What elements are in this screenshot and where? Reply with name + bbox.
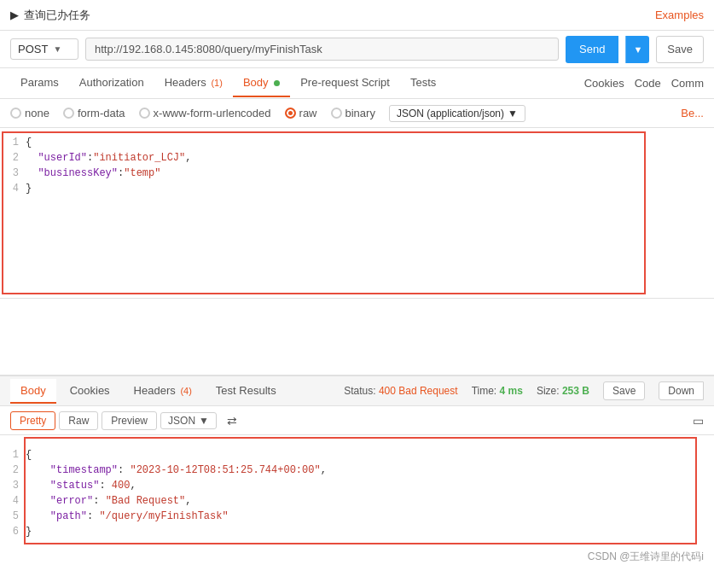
link-cookies[interactable]: Cookies (584, 77, 624, 90)
body-dot-indicator (274, 80, 280, 86)
copy-icon[interactable]: ▭ (693, 414, 704, 428)
request-tabs-row: Params Authorization Headers (1) Body Pr… (0, 68, 714, 99)
link-code[interactable]: Code (635, 77, 661, 90)
url-bar: POST ▼ Send ▼ Save (0, 31, 714, 68)
tab-body[interactable]: Body (233, 69, 290, 97)
chevron-down-icon: ▼ (199, 415, 209, 427)
option-urlencoded[interactable]: x-www-form-urlencoded (139, 107, 271, 119)
option-form-data[interactable]: form-data (63, 107, 125, 119)
response-body-content: { "timestamp": "2023-10-12T08:51:25.744+… (26, 447, 714, 539)
line-numbers: 1 2 3 4 (0, 135, 26, 196)
status-label: Status: 400 Bad Request (344, 385, 457, 397)
breadcrumb: ▶ 查询已办任务 (10, 8, 90, 23)
wrap-icon[interactable]: ⇄ (227, 414, 237, 428)
body-options-row: none form-data x-www-form-urlencoded raw… (0, 99, 714, 128)
radio-form-data[interactable] (63, 108, 74, 119)
request-body-content[interactable]: { "userId":"initiator_LCJ", "businessKey… (26, 135, 714, 196)
url-input[interactable] (85, 38, 559, 61)
radio-urlencoded[interactable] (139, 108, 150, 119)
tab-authorization[interactable]: Authorization (69, 69, 154, 97)
response-body-area: 1 2 3 4 5 6 { "timestamp": "2023-10-12T0… (0, 435, 714, 546)
chevron-down-icon: ▼ (508, 108, 518, 119)
examples-link[interactable]: Examples (655, 9, 704, 21)
response-down-button[interactable]: Down (659, 381, 704, 400)
time-label: Time: 4 ms (472, 385, 523, 397)
tab-params[interactable]: Params (10, 69, 69, 97)
format-preview-button[interactable]: Preview (102, 411, 157, 430)
radio-raw[interactable] (285, 108, 296, 119)
resp-tab-cookies[interactable]: Cookies (60, 379, 120, 404)
tab-tests[interactable]: Tests (400, 69, 446, 97)
page-title: 查询已办任务 (24, 8, 90, 23)
response-format-selector[interactable]: JSON ▼ (160, 412, 217, 429)
radio-none[interactable] (10, 108, 21, 119)
resp-headers-badge: (4) (180, 386, 191, 396)
format-raw-button[interactable]: Raw (59, 411, 98, 430)
headers-badge: (1) (211, 78, 222, 88)
tab-pre-request-script[interactable]: Pre-request Script (290, 69, 400, 97)
chevron-down-icon: ▼ (53, 44, 61, 54)
resp-line-numbers: 1 2 3 4 5 6 (0, 447, 26, 539)
response-tabs-row: Body Cookies Headers (4) Test Results St… (0, 376, 714, 406)
response-save-button[interactable]: Save (603, 381, 645, 400)
method-label: POST (18, 43, 48, 55)
request-body-editor[interactable]: 1 2 3 4 { "userId":"initiator_LCJ", "bus… (0, 128, 714, 299)
response-status-area: Status: 400 Bad Request Time: 4 ms Size:… (344, 381, 704, 400)
empty-editor-space (0, 299, 714, 376)
resp-tab-headers[interactable]: Headers (4) (124, 379, 202, 404)
tab-headers[interactable]: Headers (1) (154, 69, 233, 97)
top-bar: ▶ 查询已办任务 Examples (0, 0, 714, 31)
option-binary[interactable]: binary (331, 107, 375, 119)
watermark-text: CSDN @王维诗里的代码i (588, 550, 704, 562)
resp-tab-body[interactable]: Body (10, 379, 56, 404)
arrow-icon: ▶ (10, 9, 19, 21)
size-label: Size: 253 B (537, 385, 589, 397)
save-button[interactable]: Save (656, 36, 704, 63)
resp-tab-test-results[interactable]: Test Results (206, 379, 287, 404)
method-selector[interactable]: POST ▼ (10, 38, 78, 60)
format-pretty-button[interactable]: Pretty (10, 411, 55, 430)
link-comm[interactable]: Comm (671, 77, 704, 90)
send-dropdown-button[interactable]: ▼ (625, 36, 649, 63)
tabs-right-links: Cookies Code Comm (584, 77, 704, 90)
option-none[interactable]: none (10, 107, 49, 119)
watermark-area: CSDN @王维诗里的代码i (0, 546, 714, 568)
response-format-row: Pretty Raw Preview JSON ▼ ⇄ ▭ (0, 406, 714, 435)
radio-binary[interactable] (331, 108, 342, 119)
option-raw[interactable]: raw (285, 107, 317, 119)
send-button[interactable]: Send (566, 36, 618, 63)
beautify-link[interactable]: Be... (681, 107, 704, 119)
json-type-selector[interactable]: JSON (application/json) ▼ (389, 105, 525, 122)
